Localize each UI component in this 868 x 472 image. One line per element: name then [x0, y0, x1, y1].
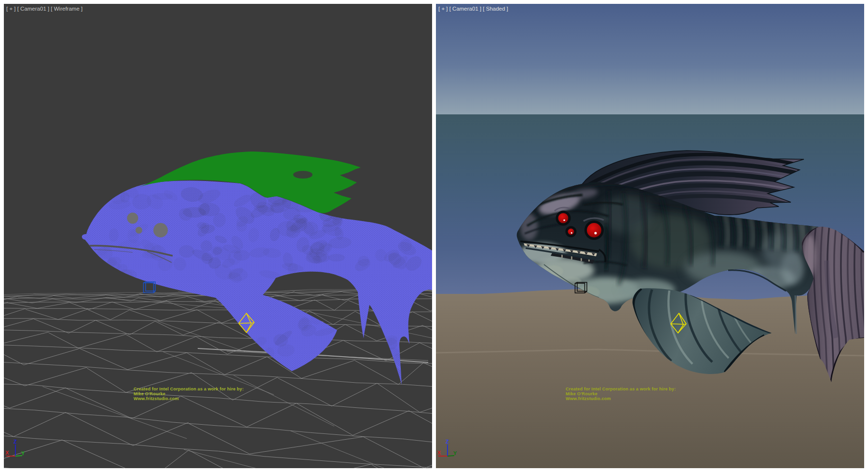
svg-text:Created for Intel Corporation: Created for Intel Corporation as a work …	[566, 387, 676, 391]
svg-text:Mike O'Rourke: Mike O'Rourke	[566, 391, 597, 396]
svg-text:Www.fritzstudio.com: Www.fritzstudio.com	[134, 396, 179, 401]
svg-text:X: X	[437, 450, 441, 456]
svg-text:Www.fritzstudio.com: Www.fritzstudio.com	[566, 396, 611, 401]
svg-text:Z: Z	[446, 439, 449, 444]
svg-text:Y: Y	[21, 450, 25, 456]
svg-text:Created for Intel Corporation: Created for Intel Corporation as a work …	[134, 387, 244, 391]
svg-text:Mike O'Rourke: Mike O'Rourke	[134, 391, 165, 396]
svg-text:[ + ] [ Camera01 ] [ Shaded ]: [ + ] [ Camera01 ] [ Shaded ]	[438, 6, 508, 12]
svg-text:[ + ] [ Camera01 ] [ Wireframe: [ + ] [ Camera01 ] [ Wireframe ]	[6, 6, 82, 12]
svg-text:Z: Z	[14, 439, 17, 444]
svg-text:Y: Y	[453, 450, 457, 456]
svg-text:X: X	[5, 450, 9, 456]
